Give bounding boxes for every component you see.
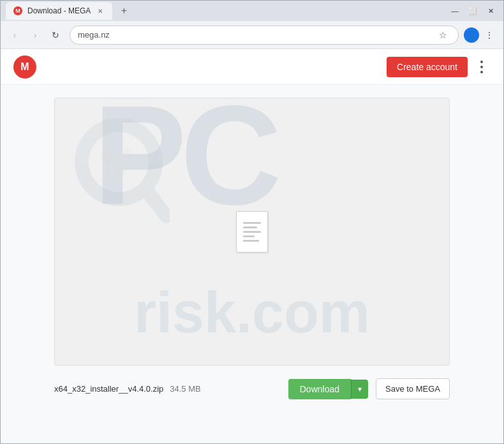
download-button[interactable]: Download: [288, 379, 351, 399]
svg-point-3: [124, 148, 133, 157]
watermark-pc-text: PC: [93, 98, 276, 226]
new-tab-button[interactable]: +: [116, 3, 131, 18]
active-tab[interactable]: M Download - MEGA ✕: [6, 2, 112, 20]
download-dropdown-button[interactable]: ▾: [351, 380, 368, 399]
download-button-group: Download ▾: [288, 379, 368, 399]
file-line: [243, 235, 255, 237]
file-line: [243, 231, 261, 233]
page-content: M Create account PC risk.com: [1, 49, 503, 443]
svg-point-0: [82, 125, 156, 199]
tab-title: Download - MEGA: [27, 6, 91, 15]
mega-logo[interactable]: M: [13, 56, 36, 78]
navigation-bar: ‹ › ↻ mega.nz ☆ 👤 ⋮: [1, 21, 503, 49]
create-account-button[interactable]: Create account: [387, 57, 468, 77]
file-name: x64_x32_installer__v4.4.0.zip: [54, 384, 163, 394]
svg-point-4: [118, 168, 126, 175]
refresh-button[interactable]: ↻: [47, 26, 64, 44]
main-area: PC risk.com: [1, 85, 503, 443]
mega-header-right: Create account: [387, 57, 491, 77]
save-to-mega-button[interactable]: Save to MEGA: [376, 378, 450, 399]
svg-line-1: [145, 189, 167, 216]
watermark-risk-text: risk.com: [134, 280, 370, 346]
file-preview: PC risk.com: [54, 98, 450, 366]
watermark-magnifier-icon: [74, 117, 170, 226]
menu-dot-1: [480, 61, 483, 63]
address-bar[interactable]: mega.nz ☆: [70, 26, 459, 45]
tab-close-button[interactable]: ✕: [96, 6, 105, 15]
file-line: [243, 222, 261, 224]
download-bar: x64_x32_installer__v4.4.0.zip 34.5 MB Do…: [54, 371, 450, 407]
restore-button[interactable]: ⬜: [465, 3, 480, 18]
profile-button[interactable]: 👤: [464, 27, 479, 43]
toolbar-right: 👤 ⋮: [464, 26, 498, 44]
file-icon-lines: [239, 217, 265, 247]
mega-header: M Create account: [1, 49, 503, 85]
svg-point-2: [101, 151, 114, 163]
title-bar: M Download - MEGA ✕ + — ⬜ ✕: [1, 1, 503, 21]
minimize-button[interactable]: —: [447, 3, 463, 18]
forward-button[interactable]: ›: [26, 26, 44, 44]
browser-window: M Download - MEGA ✕ + — ⬜ ✕ ‹ › ↻ mega.n…: [0, 0, 504, 444]
tab-strip: M Download - MEGA ✕ +: [6, 2, 447, 20]
file-line: [243, 226, 257, 228]
tab-favicon: M: [13, 6, 22, 15]
bookmark-button[interactable]: ☆: [435, 27, 450, 43]
file-size: 34.5 MB: [170, 384, 200, 394]
menu-dot-2: [480, 66, 483, 68]
back-button[interactable]: ‹: [6, 26, 24, 44]
window-controls: — ⬜ ✕: [447, 3, 498, 18]
file-info: x64_x32_installer__v4.4.0.zip 34.5 MB: [54, 384, 281, 394]
file-icon: [236, 211, 268, 253]
file-line: [243, 240, 259, 242]
mega-menu-button[interactable]: [473, 58, 491, 76]
menu-dot-3: [480, 71, 483, 73]
chrome-menu-button[interactable]: ⋮: [480, 26, 498, 44]
address-text: mega.nz: [78, 30, 435, 40]
close-button[interactable]: ✕: [483, 3, 498, 18]
